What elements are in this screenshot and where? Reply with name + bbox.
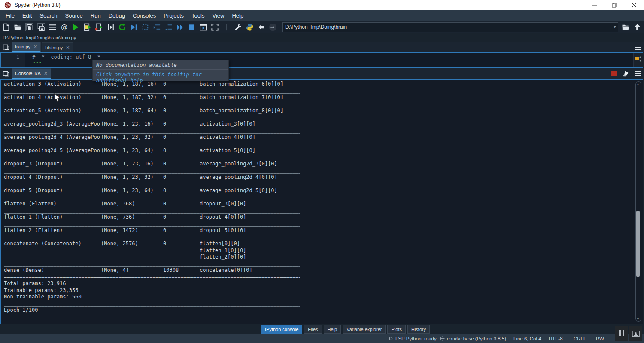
new-file-icon[interactable] — [1, 22, 11, 32]
tooltip-help-link[interactable]: Click anywhere in this tooltip for addit… — [93, 70, 228, 85]
layer-name: activation_5 (Activation) — [4, 108, 101, 114]
console-tab-close-icon[interactable]: ✕ — [44, 71, 48, 76]
step-return-icon[interactable] — [164, 22, 173, 32]
console-scrollbar-thumb[interactable] — [636, 211, 640, 277]
save-all-icon[interactable] — [36, 22, 46, 32]
parent-directory-icon[interactable] — [632, 22, 642, 32]
tab-close-icon[interactable]: ✕ — [33, 44, 37, 50]
scroll-up-icon[interactable]: ▲ — [636, 83, 640, 86]
ipython-console-pane[interactable]: activation_3 (Activation)(None, 1, 187, … — [0, 79, 643, 324]
breadcrumb: D:\Python_Imp\Doing\brain\train.py — [0, 33, 644, 42]
plugin-tab-ipython-console[interactable]: IPython console — [261, 325, 302, 334]
menu-edit[interactable]: Edit — [18, 11, 36, 20]
debug-cell-icon[interactable] — [140, 22, 150, 32]
editor-scrollbar[interactable]: ▲▼ — [633, 53, 643, 67]
layer-row: flatten_1 (Flatten)(None, 736)0dropout_4… — [4, 214, 622, 221]
working-directory-input[interactable] — [283, 24, 612, 30]
debug-file-icon[interactable] — [129, 22, 139, 32]
documentation-tooltip[interactable]: No documentation available Click anywher… — [92, 60, 229, 81]
plugin-tab-help[interactable]: Help — [324, 325, 341, 334]
back-icon[interactable] — [256, 22, 266, 32]
connected-layer: batch_normalization_7[0][0] — [200, 94, 622, 101]
layer-row: activation_4 (Activation)(None, 1, 187, … — [4, 94, 622, 101]
layer-row: average_pooling2d_5 (AveragePoo(None, 1,… — [4, 147, 622, 154]
pause-button[interactable] — [615, 326, 628, 341]
open-directory-icon[interactable] — [621, 22, 631, 32]
output-shape: (None, 368) — [101, 201, 163, 208]
menu-run[interactable]: Run — [87, 11, 105, 20]
breadcrumb-path: D:\Python_Imp\Doing\brain\train.py — [3, 35, 76, 40]
connected-to: batch_normalization_8[0][0] — [200, 108, 622, 114]
menu-search[interactable]: Search — [36, 11, 61, 20]
window-controls — [585, 0, 644, 10]
eol: CRLF — [574, 334, 586, 343]
symbol-finder-icon[interactable]: @ — [59, 22, 69, 32]
working-directory-combo[interactable]: ▼ — [282, 22, 618, 32]
browse-console-tabs-icon[interactable] — [1, 69, 11, 78]
plugin-tab-plots[interactable]: Plots — [387, 325, 405, 334]
plugin-tab-variable-explorer[interactable]: Variable explorer — [343, 325, 386, 334]
run-cell-advance-icon[interactable] — [94, 22, 104, 32]
param-count: 0 — [163, 94, 200, 101]
editor-options-menu-icon[interactable] — [633, 43, 642, 51]
continue-icon[interactable] — [175, 22, 185, 32]
menu-source[interactable]: Source — [61, 11, 87, 20]
plugin-tab-files[interactable]: Files — [304, 325, 322, 334]
step-over-icon[interactable] — [152, 22, 162, 32]
tab-close-icon[interactable]: ✕ — [66, 45, 70, 51]
connected-layer: average_pooling2d_5[0][0] — [200, 187, 622, 194]
forward-icon[interactable] — [268, 22, 278, 32]
close-button[interactable] — [624, 0, 644, 10]
menu-consoles[interactable]: Consoles — [129, 11, 160, 20]
output-shape: (None, 1472) — [101, 227, 163, 234]
combo-dropdown-icon[interactable]: ▼ — [612, 25, 618, 29]
menu-file[interactable]: File — [2, 11, 18, 20]
run-selection-icon[interactable] — [106, 22, 115, 32]
menu-tools[interactable]: Tools — [188, 11, 208, 20]
globe-icon — [440, 336, 445, 342]
menu-projects[interactable]: Projects — [160, 11, 188, 20]
params-summary-line: Trainable params: 23,356 — [4, 287, 622, 294]
editor-tab-blstm.py[interactable]: blstm.py✕ — [42, 42, 73, 52]
preview-button[interactable] — [629, 326, 642, 341]
run-file-icon[interactable] — [71, 22, 81, 32]
scroll-down-icon[interactable]: ▼ — [636, 317, 640, 320]
browse-tabs-icon[interactable] — [1, 43, 11, 51]
menu-help[interactable]: Help — [228, 11, 247, 20]
connected-to: concatenate[0][0] — [200, 267, 622, 274]
param-count: 0 — [163, 187, 200, 194]
fullscreen-icon[interactable] — [210, 22, 220, 32]
console-tab[interactable]: Console 1/A ✕ — [12, 68, 51, 79]
tooltip-text: No documentation available — [93, 60, 228, 69]
layer-row: dense (Dense)(None, 4)10308concatenate[0… — [4, 267, 622, 274]
open-file-icon[interactable] — [13, 22, 23, 32]
row-separator: ________________________________________… — [4, 181, 300, 188]
editor-scroll-arrows-icon[interactable]: ▲▼ — [639, 55, 642, 63]
console-options-menu-icon[interactable] — [633, 69, 642, 78]
conda-env: conda: base (Python 3.8.5) — [440, 334, 506, 343]
python-path-icon[interactable] — [245, 22, 255, 32]
stop-debug-icon[interactable] — [187, 22, 197, 32]
connected-to: flatten[0][0]flatten_1[0][0]flatten_2[0]… — [200, 241, 622, 261]
preferences-icon[interactable] — [233, 22, 243, 32]
layer-name: average_pooling2d_4 (AveragePoo — [4, 134, 101, 141]
editor-tab-train.py[interactable]: train.py✕ — [12, 42, 41, 52]
param-count: 0 — [163, 214, 200, 221]
double-separator: ========================================… — [4, 274, 300, 281]
file-switcher-icon[interactable] — [48, 22, 58, 32]
rerun-cell-icon[interactable] — [117, 22, 127, 32]
separator — [222, 22, 231, 32]
console-scrollbar[interactable]: ▲ ▼ — [635, 81, 641, 322]
interrupt-kernel-button[interactable] — [609, 69, 618, 78]
restore-button[interactable] — [605, 0, 624, 10]
menu-view[interactable]: View — [208, 11, 228, 20]
plugin-tab-history[interactable]: History — [407, 325, 430, 334]
run-cell-icon[interactable] — [82, 22, 92, 32]
menu-debug[interactable]: Debug — [105, 11, 129, 20]
editor-tab-bar: train.py✕blstm.py✕ — [0, 42, 644, 52]
layer-name: dropout_5 (Dropout) — [4, 187, 101, 194]
minimize-button[interactable] — [585, 0, 605, 10]
clear-console-icon[interactable] — [621, 69, 630, 78]
save-icon[interactable] — [24, 22, 34, 32]
maximize-pane-icon[interactable] — [198, 22, 208, 32]
